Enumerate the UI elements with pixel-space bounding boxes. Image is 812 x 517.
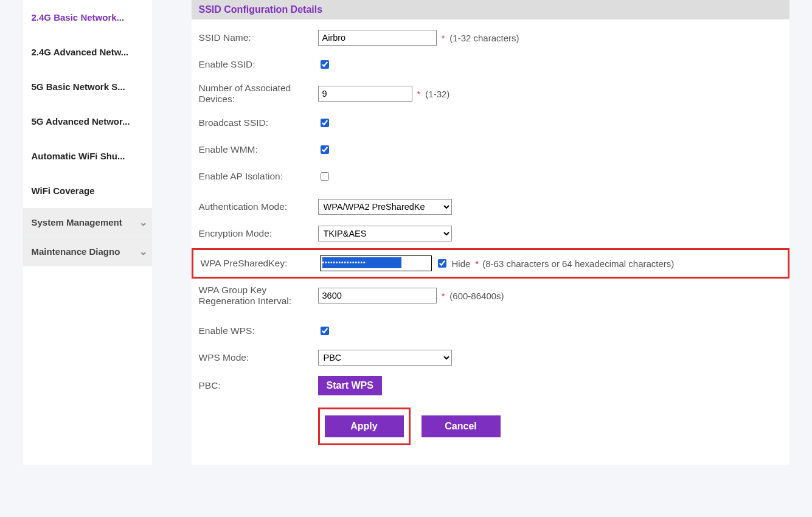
enable-ssid-checkbox[interactable]: [321, 60, 329, 69]
group-key-interval-label: WPA Group Key Regeneration Interval:: [199, 285, 318, 307]
sidebar-item-auto-wifi-shutdown[interactable]: Automatic WiFi Shu...: [23, 139, 152, 173]
enable-wps-checkbox[interactable]: [321, 327, 329, 335]
sidebar: 2.4G Basic Network... 2.4G Advanced Netw…: [23, 0, 152, 465]
sidebar-item-24g-basic[interactable]: 2.4G Basic Network...: [23, 0, 152, 35]
enable-ap-isolation-label: Enable AP Isolation:: [199, 171, 318, 182]
required-asterisk: *: [475, 258, 479, 269]
required-asterisk: *: [442, 291, 445, 301]
chevron-down-icon: ⌄: [139, 246, 147, 257]
apply-highlight: Apply: [318, 408, 411, 445]
chevron-down-icon: ⌄: [139, 217, 147, 228]
enable-wps-label: Enable WPS:: [199, 325, 318, 336]
enable-ssid-label: Enable SSID:: [199, 59, 318, 70]
wpa-psk-input[interactable]: ••••••••••••••••: [320, 255, 432, 271]
sidebar-group-system-management[interactable]: System Management ⌄: [23, 208, 152, 237]
num-devices-label: Number of Associated Devices:: [199, 83, 318, 105]
ssid-name-label: SSID Name:: [199, 32, 318, 43]
hide-label: Hide: [452, 258, 471, 269]
required-asterisk: *: [442, 33, 445, 43]
sidebar-item-wifi-coverage[interactable]: WiFi Coverage: [23, 173, 152, 208]
required-asterisk: *: [417, 89, 421, 99]
ssid-name-hint: (1-32 characters): [449, 33, 519, 43]
psk-highlight: WPA PreSharedKey: •••••••••••••••• Hide …: [192, 248, 789, 279]
num-devices-hint: (1-32): [425, 89, 449, 99]
wps-mode-label: WPS Mode:: [199, 352, 318, 363]
hide-psk-checkbox[interactable]: [438, 259, 446, 268]
broadcast-ssid-label: Broadcast SSID:: [199, 117, 318, 128]
auth-mode-label: Authentication Mode:: [199, 201, 318, 212]
wpa-psk-label: WPA PreSharedKey:: [201, 258, 320, 269]
group-key-interval-input[interactable]: [318, 288, 437, 304]
ssid-name-input[interactable]: [318, 30, 437, 46]
encryption-mode-select[interactable]: TKIP&AES: [318, 226, 452, 241]
pbc-label: PBC:: [199, 380, 318, 391]
group-key-hint: (600-86400s): [449, 291, 504, 301]
apply-button[interactable]: Apply: [325, 415, 404, 437]
start-wps-button[interactable]: Start WPS: [318, 376, 382, 395]
wps-mode-select[interactable]: PBC: [318, 350, 452, 366]
main-content: SSID Configuration Details SSID Name: * …: [152, 0, 789, 465]
encryption-mode-label: Encryption Mode:: [199, 228, 318, 239]
enable-wmm-label: Enable WMM:: [199, 144, 318, 155]
broadcast-ssid-checkbox[interactable]: [321, 119, 329, 127]
sidebar-item-5g-basic[interactable]: 5G Basic Network S...: [23, 69, 152, 104]
panel-title: SSID Configuration Details: [192, 0, 789, 19]
psk-hint: (8-63 characters or 64 hexadecimal chara…: [482, 258, 674, 269]
ssid-config-form: SSID Name: * (1-32 characters) Enable SS…: [192, 19, 789, 465]
enable-ap-isolation-checkbox[interactable]: [321, 172, 329, 181]
cancel-button[interactable]: Cancel: [422, 415, 501, 437]
enable-wmm-checkbox[interactable]: [321, 145, 329, 154]
sidebar-item-5g-advanced[interactable]: 5G Advanced Networ...: [23, 104, 152, 139]
sidebar-item-24g-advanced[interactable]: 2.4G Advanced Netw...: [23, 35, 152, 69]
num-devices-input[interactable]: [318, 86, 412, 102]
sidebar-group-maintenance-diagno[interactable]: Maintenance Diagno ⌄: [23, 237, 152, 266]
auth-mode-select[interactable]: WPA/WPA2 PreSharedKe: [318, 199, 452, 215]
